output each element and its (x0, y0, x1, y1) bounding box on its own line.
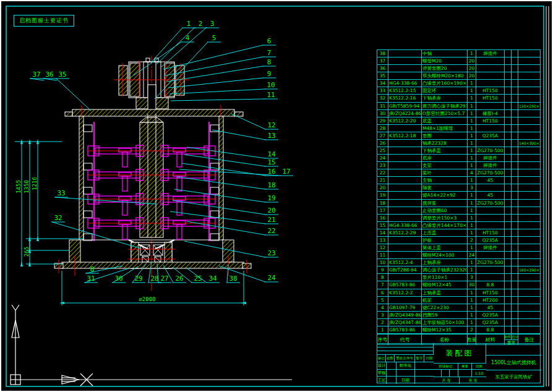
bom-material (476, 103, 505, 109)
stage-label: 阶段标记 (434, 364, 458, 370)
bom-code (388, 169, 422, 176)
bom-name: 上压盖 (422, 229, 468, 236)
bom-material (476, 72, 505, 79)
bom-qty: 1 (468, 297, 476, 304)
bom-note (518, 244, 540, 251)
bom-seq: 6 (377, 289, 388, 296)
bom-seq: 24 (377, 155, 388, 161)
bom-code (388, 50, 422, 57)
callout-number: 28 (150, 275, 158, 283)
bom-weight-unit (505, 244, 512, 251)
bom-material: 45 (476, 304, 505, 311)
bom-name: 弹簧垫圈20 (422, 65, 468, 72)
bom-weight-unit (505, 312, 512, 318)
bom-code: K3512.2-15 (388, 87, 422, 94)
cad-viewport: 1234567891011121314151617181920212223243… (0, 0, 553, 392)
bom-note (518, 177, 540, 184)
bom-material (476, 252, 505, 258)
bom-weight-total (512, 222, 518, 229)
bom-weight-total (512, 140, 518, 147)
bom-code (388, 177, 422, 184)
bom-name: 下轴承盖 (422, 147, 468, 154)
bom-name: 螺栓M12×45 (422, 281, 468, 288)
role-design: 设计 (377, 362, 387, 370)
bom-note (518, 50, 540, 57)
bom-note: 120×250×78 (518, 103, 540, 109)
bom-note (518, 162, 540, 169)
bom-qty: 1 (468, 192, 476, 198)
callout-number: 38 (229, 275, 237, 283)
title-block-right: 1500L立轴式搅拌机 东五家子富民铁矿 (486, 344, 541, 383)
bom-seq: 26 (377, 140, 388, 147)
bom-seq: 11 (377, 252, 388, 258)
bom-weight-total (512, 110, 518, 117)
bom-code: JB/ZQ4349-86 (388, 312, 422, 318)
bom-row: 17止动垫圈601 (377, 207, 540, 215)
callout-leader (163, 45, 263, 69)
callout-number: 37 (32, 70, 40, 79)
bom-name: 主轴 (422, 177, 468, 184)
bom-weight-total (512, 215, 518, 221)
bom-code (388, 184, 422, 191)
bom-qty: 1 (468, 319, 476, 326)
base-frame (54, 240, 251, 276)
bom-material (476, 140, 505, 147)
bom-code: K3512.2-16 (388, 95, 422, 101)
bom-weight-total (512, 155, 518, 161)
bom-qty: 1 (468, 50, 476, 57)
bom-seq: 37 (377, 58, 388, 64)
bom-note (518, 281, 540, 288)
bom-seq: 18 (377, 200, 388, 207)
bom-note (518, 289, 540, 296)
bom-weight-total (512, 87, 518, 94)
bom-note (518, 65, 540, 72)
bom-qty: 1 (468, 155, 476, 161)
bom-weight-total (512, 147, 518, 154)
bom-qty: 1 (468, 95, 476, 101)
role-check: 审核 (377, 370, 387, 377)
bom-weight-unit (505, 162, 512, 169)
bom-qty: 1 (468, 207, 476, 214)
callout-number: 2 (199, 20, 203, 28)
bom-code: K3512.2-20 (388, 117, 422, 124)
callout-number: 11 (267, 91, 275, 99)
bom-weight-total (512, 125, 518, 132)
bom-weight-unit (505, 80, 512, 87)
bom-code: GB5783-86 (388, 326, 422, 333)
bom-row: 36弹簧垫圈2020 (377, 65, 540, 72)
title-block: 标记 处数 更改文件号 签字 日期 设计 标准化 审核 工艺 日 (377, 343, 541, 383)
bom-code (388, 207, 422, 214)
bom-code (388, 140, 422, 147)
bom-note (518, 326, 540, 333)
bom-weight-unit (505, 229, 512, 236)
bom-weight-unit (505, 259, 512, 266)
bom-qty: 1 (468, 103, 476, 109)
bom-code: JB/ZQ4224-86 (388, 110, 422, 117)
bom-material: Q235A (476, 237, 505, 244)
bom-name: 螺栓M24×100 (422, 252, 468, 258)
bom-weight-total (512, 237, 518, 244)
bom-code: GB5783-86 (388, 281, 422, 288)
company-name: 东五家子富民铁矿 (486, 370, 541, 383)
bom-name: 上半联轴器50×100 (422, 319, 468, 326)
bom-name: 凸缘垫片144×170×16 (422, 222, 468, 229)
bom-row: 37螺母M2020 (377, 58, 540, 65)
bom-code: K3512.2-2 (388, 289, 422, 296)
role-date: 日期 (397, 377, 415, 384)
rev-mark: 标记 (377, 355, 386, 362)
bom-name: 底座 (422, 155, 468, 161)
bom-weight-total (512, 162, 518, 169)
dimension-value: 265 (24, 247, 30, 257)
bom-material: 焊接件 (476, 50, 505, 57)
bom-row: 8垫片110×13 (377, 274, 540, 281)
bom-weight-unit (505, 125, 512, 132)
bom-weight-total (512, 229, 518, 236)
bom-weight-total (512, 184, 518, 191)
bom-seq: 33 (377, 87, 388, 94)
bom-seq: 8 (377, 274, 388, 281)
bom-material: HT150 (476, 87, 505, 94)
bom-note (518, 222, 540, 229)
callout-number: 3 (210, 20, 215, 28)
bom-note (518, 312, 540, 318)
bom-name: 上轴承盖 (422, 289, 468, 296)
